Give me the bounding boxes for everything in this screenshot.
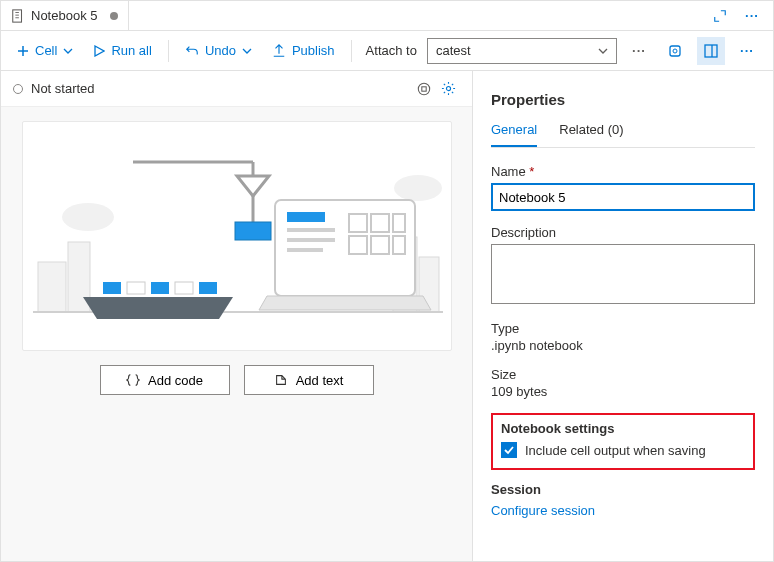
settings-gear-icon[interactable] bbox=[436, 77, 460, 101]
tab-general[interactable]: General bbox=[491, 122, 537, 147]
description-label: Description bbox=[491, 225, 755, 240]
svg-rect-6 bbox=[705, 45, 717, 57]
svg-point-5 bbox=[673, 49, 677, 53]
chevron-down-icon bbox=[598, 46, 608, 56]
notebook-settings-head: Notebook settings bbox=[501, 421, 745, 436]
run-all-button[interactable]: Run all bbox=[85, 37, 159, 65]
variables-icon[interactable] bbox=[661, 37, 689, 65]
svg-rect-26 bbox=[287, 212, 325, 222]
configure-session-link[interactable]: Configure session bbox=[491, 503, 755, 518]
add-text-button[interactable]: Add text bbox=[244, 365, 374, 395]
attach-to-label: Attach to bbox=[360, 43, 423, 58]
attach-to-select[interactable]: catest bbox=[427, 38, 617, 64]
include-output-label: Include cell output when saving bbox=[525, 443, 706, 458]
svg-point-16 bbox=[394, 175, 442, 201]
name-input[interactable] bbox=[491, 183, 755, 211]
empty-state-illustration bbox=[22, 121, 452, 351]
size-label: Size bbox=[491, 367, 755, 382]
include-output-checkbox[interactable] bbox=[501, 442, 517, 458]
dirty-indicator-icon bbox=[110, 12, 118, 20]
add-cell-button[interactable]: Cell bbox=[9, 37, 81, 65]
toolbar-more-icon[interactable]: ··· bbox=[625, 37, 653, 65]
svg-rect-24 bbox=[199, 282, 217, 294]
notebook-icon bbox=[11, 9, 25, 23]
type-label: Type bbox=[491, 321, 755, 336]
braces-icon bbox=[126, 373, 140, 387]
undo-icon bbox=[185, 44, 199, 58]
undo-button[interactable]: Undo bbox=[177, 37, 260, 65]
svg-rect-23 bbox=[175, 282, 193, 294]
status-dot-icon bbox=[13, 84, 23, 94]
properties-toggle-icon[interactable] bbox=[697, 37, 725, 65]
svg-rect-4 bbox=[670, 46, 680, 56]
properties-title: Properties bbox=[491, 91, 755, 108]
svg-rect-21 bbox=[127, 282, 145, 294]
svg-rect-0 bbox=[13, 9, 22, 21]
stop-session-icon[interactable] bbox=[412, 77, 436, 101]
publish-button[interactable]: Publish bbox=[264, 37, 343, 65]
expand-icon[interactable] bbox=[709, 5, 731, 27]
svg-point-8 bbox=[418, 83, 429, 94]
tab-related[interactable]: Related (0) bbox=[559, 122, 623, 147]
tab-more-icon[interactable]: ··· bbox=[741, 5, 763, 27]
chevron-down-icon bbox=[242, 46, 252, 56]
svg-point-15 bbox=[62, 203, 114, 231]
svg-rect-20 bbox=[103, 282, 121, 294]
status-text: Not started bbox=[31, 81, 95, 96]
svg-rect-22 bbox=[151, 282, 169, 294]
publish-icon bbox=[272, 44, 286, 58]
type-value: .ipynb notebook bbox=[491, 338, 755, 353]
svg-rect-9 bbox=[422, 86, 426, 90]
size-value: 109 bytes bbox=[491, 384, 755, 399]
svg-rect-19 bbox=[235, 222, 271, 240]
play-icon bbox=[93, 45, 105, 57]
add-code-button[interactable]: Add code bbox=[100, 365, 230, 395]
notebook-settings-highlight: Notebook settings Include cell output wh… bbox=[491, 413, 755, 470]
file-tab-title: Notebook 5 bbox=[31, 8, 98, 23]
name-label: Name * bbox=[491, 164, 755, 179]
session-head: Session bbox=[491, 482, 755, 497]
description-textarea[interactable] bbox=[491, 244, 755, 304]
svg-point-10 bbox=[446, 86, 450, 90]
check-icon bbox=[504, 445, 514, 455]
toolbar-overflow-icon[interactable]: ··· bbox=[733, 37, 761, 65]
text-icon bbox=[274, 373, 288, 387]
svg-rect-11 bbox=[38, 262, 66, 312]
chevron-down-icon bbox=[63, 46, 73, 56]
file-tab[interactable]: Notebook 5 bbox=[1, 1, 129, 30]
plus-icon bbox=[17, 45, 29, 57]
